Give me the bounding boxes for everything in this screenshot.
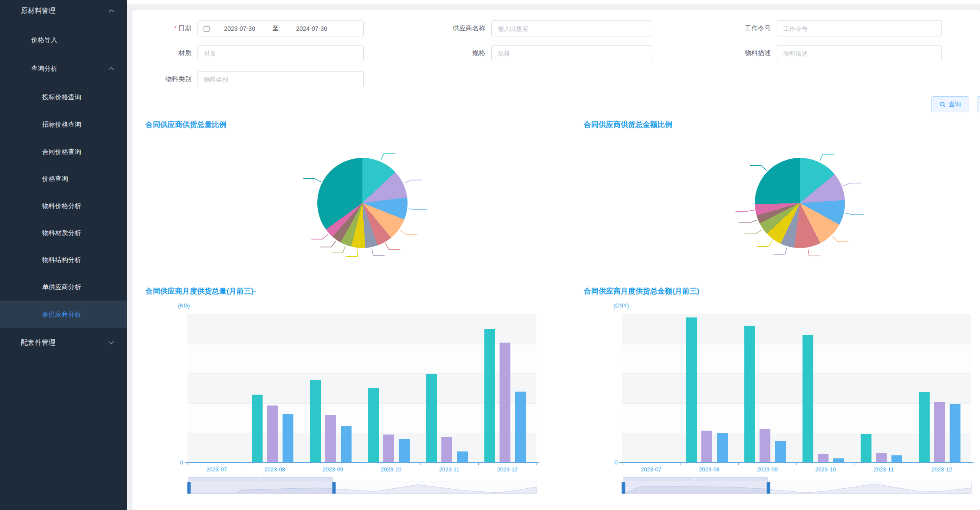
bar-series2-2023-11 (457, 451, 468, 463)
spec-field-row: 规格 (414, 45, 652, 61)
bar-amount-datazoom-slider[interactable] (623, 481, 972, 494)
required-asterisk: * (174, 24, 177, 32)
bar-series0-2023-08 (252, 395, 263, 463)
bar-series1-2023-10 (818, 454, 829, 463)
supplier-field-row: 供应商名称 (414, 20, 652, 36)
bar-series0-2023-12 (484, 329, 495, 463)
x-axis-tick (913, 463, 913, 465)
bar-chart-monthly-amount (622, 314, 971, 463)
sidebar-item-5[interactable]: 合同价格查询 (0, 138, 127, 165)
bar-quantity-datazoom-slider[interactable] (188, 481, 537, 494)
gridline (622, 314, 971, 314)
x-axis-tick (187, 463, 188, 465)
date-field-row: *日期 至 (132, 20, 364, 36)
pie-leader-line-5 (372, 248, 385, 256)
work-order-field-row: 工作令号 (705, 20, 942, 36)
sidebar-item-label: 查询分析 (31, 65, 57, 72)
x-axis-tick (855, 463, 855, 465)
x-axis-tick (362, 463, 362, 465)
gridline (622, 373, 971, 374)
sidebar-item-6[interactable]: 价格查询 (0, 165, 127, 192)
spec-input-box[interactable] (491, 45, 652, 61)
bar-amount-y-zero: 0 (600, 459, 618, 466)
material-field-row: 材质 (132, 45, 364, 61)
reset-button-clipped[interactable] (977, 96, 980, 112)
x-axis-label: 2023-09 (738, 466, 796, 473)
bar-series0-2023-10 (368, 388, 379, 463)
bar-chart-monthly-quantity (187, 314, 536, 463)
work-order-label: 工作令号 (705, 24, 777, 33)
date-end-input[interactable] (285, 25, 339, 33)
material-desc-input[interactable] (783, 49, 936, 57)
bar-amount-x-labels: 2023-072023-082023-092023-102023-112023-… (622, 466, 971, 473)
pie-leader-line-10 (303, 179, 321, 182)
datazoom-left-handle[interactable] (187, 482, 191, 494)
x-axis-label: 2023-12 (478, 466, 536, 473)
datazoom-drag-bar[interactable] (188, 477, 333, 481)
spec-input[interactable] (497, 49, 647, 57)
bar-series2-2023-11 (891, 455, 902, 463)
date-label: *日期 (132, 24, 197, 33)
pie-leader-line-9 (311, 234, 328, 239)
sidebar-item-12[interactable]: 配套件管理 (0, 329, 127, 356)
datazoom-right-handle[interactable] (332, 482, 336, 494)
bar-series0-2023-09 (744, 326, 755, 463)
material-label: 材质 (132, 49, 197, 57)
supplier-label: 供应商名称 (414, 24, 491, 33)
bar-series1-2023-11 (876, 453, 887, 463)
x-axis-label: 2023-07 (187, 466, 246, 473)
sidebar-item-3[interactable]: 投标价格查询 (0, 83, 127, 111)
bar-series2-2023-09 (341, 426, 352, 463)
material-input[interactable] (203, 49, 358, 57)
sidebar-item-8[interactable]: 物料材质分析 (0, 219, 127, 246)
date-start-input[interactable] (213, 25, 266, 33)
supplier-input-box[interactable] (491, 20, 652, 36)
sidebar-item-0[interactable]: 原材料管理 (0, 0, 127, 24)
pie-chart-supply-amount (755, 158, 845, 248)
sidebar-item-1[interactable]: 价格导入 (0, 26, 127, 53)
bar-quantity-y-zero: 0 (166, 459, 183, 466)
work-order-input-box[interactable] (777, 20, 942, 36)
sidebar-item-10[interactable]: 单供应商分析 (0, 273, 127, 301)
x-axis-label: 2023-10 (362, 466, 420, 473)
chevron-up-icon (109, 67, 114, 70)
bar-series2-2023-12 (950, 404, 960, 463)
x-axis-tick (536, 463, 537, 465)
pie-leader-line-0 (820, 154, 834, 161)
bar-amount-title: 合同供应商月度供货总金额(月前三) (584, 286, 699, 296)
pie-quantity-title: 合同供应商供货总量比例 (145, 120, 227, 130)
datazoom-grip-icon (258, 478, 263, 481)
chevron-down-icon (109, 341, 114, 344)
material-desc-input-box[interactable] (777, 45, 942, 61)
date-range-input[interactable]: 至 (197, 20, 364, 36)
bar-series0-2023-11 (861, 434, 871, 463)
sidebar-item-11[interactable]: 多供应商分析 (0, 301, 127, 328)
pie-leader-line-9 (736, 210, 754, 212)
query-button[interactable]: 查询 (931, 96, 969, 112)
sidebar-item-label: 投标价格查询 (42, 93, 81, 101)
bar-series0-2023-11 (426, 374, 437, 463)
bar-series1-2023-12 (934, 402, 945, 463)
bar-series0-2023-10 (802, 335, 813, 463)
work-order-input[interactable] (783, 25, 936, 33)
sidebar-item-label: 价格导入 (31, 36, 57, 43)
x-axis-tick (796, 463, 797, 465)
datazoom-left-handle[interactable] (622, 482, 625, 494)
sidebar-item-2[interactable]: 查询分析 (0, 55, 127, 82)
material-category-input[interactable] (203, 75, 358, 83)
pie-leader-line-2 (845, 213, 864, 215)
datazoom-right-handle[interactable] (766, 482, 770, 494)
material-input-box[interactable] (197, 45, 364, 61)
x-axis-label: 2023-10 (796, 466, 855, 473)
datazoom-selected-range[interactable] (189, 481, 334, 494)
sidebar-item-7[interactable]: 物料价格分析 (0, 192, 127, 219)
sidebar-item-4[interactable]: 招标价格查询 (0, 111, 127, 138)
datazoom-drag-bar[interactable] (623, 477, 768, 481)
pie-leader-line-8 (739, 220, 757, 222)
supplier-input[interactable] (497, 25, 647, 33)
search-icon (940, 101, 946, 108)
material-desc-field-row: 物料描述 (705, 45, 942, 61)
material-category-input-box[interactable] (197, 71, 364, 87)
datazoom-selected-range[interactable] (623, 481, 768, 494)
sidebar-item-9[interactable]: 物料结构分析 (0, 246, 127, 273)
